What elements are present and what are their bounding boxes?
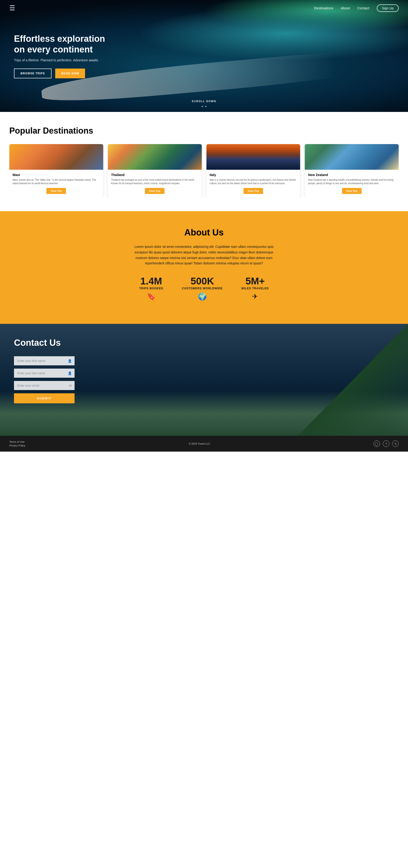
last-name-field-wrap: 👤 [14, 369, 74, 378]
italy-desc: Italy is a country famous not only for i… [210, 178, 297, 185]
stats-row: 1.4M TRIPS BOOKED 🔖 500K CUSTOMERS WORLD… [9, 276, 399, 301]
chevron-down-icon: ⌄⌄ [192, 103, 216, 108]
thailand-view-trip-button[interactable]: View Trip [145, 188, 165, 194]
maui-image [9, 144, 103, 170]
maui-view-trip-button[interactable]: View Trip [46, 188, 66, 194]
email-field-wrap: ✉ [14, 381, 74, 390]
hero-section: Effortless exploration on every continen… [0, 0, 408, 112]
first-name-field[interactable] [14, 356, 74, 365]
signup-button[interactable]: Sign Up [377, 4, 399, 12]
nz-card-body: New Zealand New Zealand has a dazzling w… [305, 170, 399, 197]
destination-card-nz: New Zealand New Zealand has a dazzling w… [305, 144, 399, 197]
logo-icon: ☰ [9, 4, 15, 12]
globe-icon: 🌍 [182, 292, 223, 301]
customers-label: CUSTOMERS WORLDWIDE [182, 287, 223, 290]
nav-contact[interactable]: Contact [357, 6, 369, 10]
destinations-section: Popular Destinations Maui Maui, known al… [0, 112, 408, 211]
hero-title: Effortless exploration on every continen… [14, 34, 107, 55]
footer: Terms of Use Privacy Policy © 2023 Trave… [0, 436, 408, 452]
browse-trips-button[interactable]: BROWSE TRIPS [14, 68, 52, 78]
nav-destinations[interactable]: Destinations [314, 6, 334, 10]
privacy-policy-link[interactable]: Privacy Policy [9, 444, 25, 447]
contact-content: Contact Us 👤 👤 ✉ SUBMIT [0, 324, 408, 417]
trips-booked-label: TRIPS BOOKED [139, 287, 163, 290]
maui-card-body: Maui Maui, known also as "The Valley Isl… [9, 170, 103, 197]
bookmark-icon: 🔖 [139, 292, 163, 301]
email-field[interactable] [14, 381, 74, 390]
destinations-title: Popular Destinations [9, 126, 399, 136]
instagram-icon[interactable]: ◯ [374, 440, 380, 447]
about-title: About Us [9, 227, 399, 238]
thailand-card-body: Thailand Thailand has emerged as one of … [108, 170, 202, 197]
italy-name: Italy [210, 173, 297, 177]
miles-number: 5M+ [241, 276, 269, 287]
thailand-desc: Thailand has emerged as one of the most … [111, 178, 199, 185]
italy-image [206, 144, 300, 170]
nav-about[interactable]: About [341, 6, 350, 10]
book-now-button[interactable]: BOOK NOW [55, 68, 85, 78]
destination-card-thailand: Thailand Thailand has emerged as one of … [108, 144, 202, 197]
email-icon: ✉ [69, 384, 72, 388]
destination-card-maui: Maui Maui, known also as "The Valley Isl… [9, 144, 103, 197]
about-section: About Us Lorem ipsum dolor sit amet cons… [0, 211, 408, 324]
italy-view-trip-button[interactable]: View Trip [243, 188, 263, 194]
scroll-down[interactable]: SCROLL DOWN ⌄⌄ [192, 100, 216, 108]
hero-subtitle: Trips of a lifetime. Planned to perfecti… [14, 58, 107, 62]
destinations-cards-row: Maui Maui, known also as "The Valley Isl… [9, 144, 399, 197]
navbar: ☰ Destinations About Contact Sign Up [0, 0, 408, 16]
stat-customers: 500K CUSTOMERS WORLDWIDE 🌍 [182, 276, 223, 301]
person-icon: 👤 [68, 359, 72, 363]
footer-links: Terms of Use Privacy Policy [9, 440, 25, 447]
nz-name: New Zealand [308, 173, 396, 177]
nz-image [305, 144, 399, 170]
submit-button[interactable]: SUBMIT [14, 393, 74, 403]
italy-card-body: Italy Italy is a country famous not only… [206, 170, 300, 197]
twitter-icon[interactable]: 𝕏 [392, 440, 399, 447]
scroll-down-label: SCROLL DOWN [192, 100, 216, 102]
destination-card-italy: Italy Italy is a country famous not only… [206, 144, 300, 197]
about-text: Lorem ipsum dolor sit amet consectetur, … [132, 244, 276, 266]
last-name-field[interactable] [14, 369, 74, 378]
customers-number: 500K [182, 276, 223, 287]
stat-trips-booked: 1.4M TRIPS BOOKED 🔖 [139, 276, 163, 301]
hero-buttons: BROWSE TRIPS BOOK NOW [14, 68, 107, 78]
plane-icon: ✈ [241, 292, 269, 301]
contact-title: Contact Us [14, 338, 394, 348]
contact-form: 👤 👤 ✉ SUBMIT [14, 356, 74, 403]
person-icon-2: 👤 [68, 371, 72, 375]
miles-label: MILES TRAVELED [241, 287, 269, 290]
footer-socials: ◯ f 𝕏 [374, 440, 399, 447]
nav-links: Destinations About Contact Sign Up [314, 4, 399, 12]
thailand-name: Thailand [111, 173, 199, 177]
facebook-icon[interactable]: f [383, 440, 389, 447]
terms-of-use-link[interactable]: Terms of Use [9, 440, 25, 443]
hero-content: Effortless exploration on every continen… [0, 34, 121, 78]
maui-name: Maui [12, 173, 100, 177]
trips-booked-number: 1.4M [139, 276, 163, 287]
nz-view-trip-button[interactable]: View Trip [342, 188, 362, 194]
nz-desc: New Zealand has a dazzling wealth of bre… [308, 178, 396, 185]
maui-desc: Maui, known also as "The Valley Isle," i… [12, 178, 100, 185]
first-name-field-wrap: 👤 [14, 356, 74, 365]
thailand-image [108, 144, 202, 170]
contact-section: Contact Us 👤 👤 ✉ SUBMIT [0, 324, 408, 436]
footer-copyright: © 2023 Travel LLC [189, 442, 210, 445]
stat-miles: 5M+ MILES TRAVELED ✈ [241, 276, 269, 301]
